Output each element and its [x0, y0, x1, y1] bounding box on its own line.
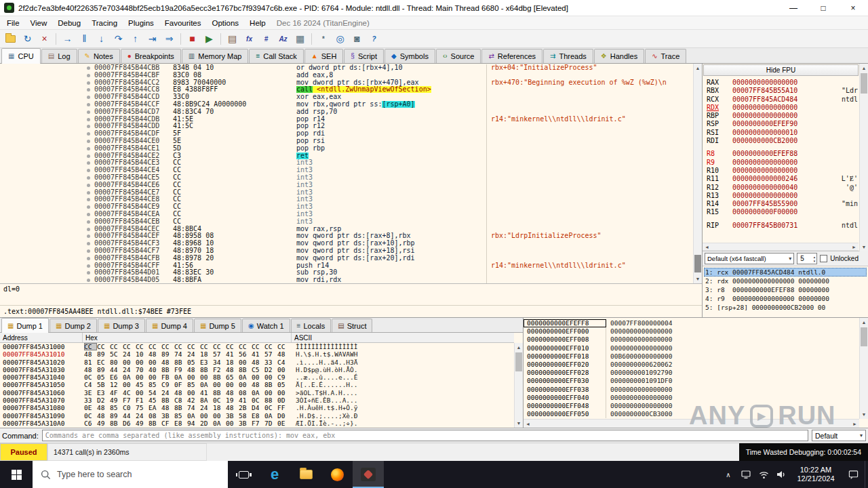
- register-row-rsi[interactable]: RSI0000000000000010: [707, 129, 858, 137]
- breakpoint-count-icon[interactable]: #: [258, 31, 274, 46]
- dump-row[interactable]: 00007FF845A3102081EC80000000488B05E33418…: [0, 359, 514, 366]
- breakpoint-dot[interactable]: [85, 182, 94, 189]
- task-view-button[interactable]: [228, 461, 259, 488]
- tab-struct[interactable]: ▤Struct: [332, 319, 372, 332]
- restart-icon[interactable]: ↻: [20, 31, 35, 46]
- scrollbar-thumb[interactable]: [694, 255, 701, 272]
- stack-row[interactable]: 0000000000EFF0200000000000620062: [524, 361, 859, 369]
- breakpoint-dot[interactable]: [85, 167, 94, 174]
- disasm-row[interactable]: 00007FF845B44CEBCCint3: [0, 218, 702, 226]
- tab-dump-1[interactable]: ▦Dump 1: [1, 318, 49, 333]
- argument-row[interactable]: 2: rdx 0000000000000000 00000000: [704, 277, 867, 285]
- snapshot-icon[interactable]: ◙: [349, 31, 365, 46]
- disasm-scrollbar[interactable]: [693, 64, 702, 283]
- breakpoint-dot[interactable]: [85, 247, 94, 255]
- scroll-right-icon[interactable]: [850, 243, 859, 250]
- breakpoint-dot[interactable]: [85, 79, 94, 87]
- register-row-rbx[interactable]: RBX00007FF845B55A10"Ldr: [707, 87, 858, 95]
- scroll-down-icon[interactable]: [694, 274, 702, 283]
- disasm-row[interactable]: 00007FF845B44CD748:83C4 70add rsp,70: [0, 108, 702, 116]
- find-icon[interactable]: ◎: [332, 31, 348, 46]
- scrollbar-thumb[interactable]: [861, 73, 867, 94]
- arg-count-spinner[interactable]: 5: [797, 253, 817, 264]
- taskbar-search[interactable]: Type here to search: [33, 461, 228, 488]
- run-icon[interactable]: →: [60, 31, 75, 46]
- scrollbar-thumb[interactable]: [861, 327, 867, 346]
- stack-row[interactable]: 0000000000EFF0100000000000000000: [524, 344, 859, 352]
- memory-grid-icon[interactable]: ▦: [292, 31, 308, 46]
- preferences-az-icon[interactable]: Az: [275, 31, 291, 46]
- dump-row[interactable]: 00007FF845A310900C48894424083B850A00003B…: [0, 412, 514, 420]
- scrollbar-thumb[interactable]: [515, 352, 522, 371]
- tab-memory-map[interactable]: ▥Memory Map: [182, 49, 249, 63]
- spinner-arrows-icon[interactable]: [813, 255, 816, 263]
- breakpoint-dot[interactable]: [85, 211, 94, 218]
- minimize-button[interactable]: —: [778, 0, 808, 16]
- tab-references[interactable]: ⇄References: [481, 49, 542, 63]
- step-over-icon[interactable]: ↷: [111, 31, 126, 46]
- dump-row[interactable]: 00007FF845A310400C05E60A0000FB0A00008B65…: [0, 373, 514, 381]
- registers-panel[interactable]: RAX0000000000000000RBX00007FF845B55A10"L…: [703, 76, 868, 243]
- dump-row[interactable]: 00007FF845A31050C45B12004585C90F850A0000…: [0, 381, 514, 388]
- command-profile-select[interactable]: Default: [812, 430, 866, 441]
- disasm-row[interactable]: 00007FF845B44CE15Dpop rbp: [0, 145, 702, 152]
- run-to-user-code-icon[interactable]: ⇥: [144, 31, 160, 46]
- menu-item-debug[interactable]: Debug: [52, 18, 86, 28]
- close-button[interactable]: ×: [838, 0, 868, 16]
- maximize-button[interactable]: □: [808, 0, 838, 16]
- pause-icon[interactable]: ‖: [77, 31, 92, 46]
- breakpoint-dot[interactable]: [85, 130, 94, 138]
- register-row-r10[interactable]: R100000000000000000: [707, 167, 858, 175]
- display-tray-icon[interactable]: [737, 470, 755, 479]
- breakpoint-dot[interactable]: [85, 64, 94, 72]
- breakpoint-dot[interactable]: [85, 277, 94, 283]
- register-row-rsp[interactable]: RSP0000000000EFEF90: [707, 120, 858, 128]
- register-row-rdx[interactable]: RDX0000000000000000: [707, 104, 858, 112]
- registers-scrollbar[interactable]: [859, 64, 868, 251]
- action-center-button[interactable]: [842, 461, 865, 488]
- breakpoint-dot[interactable]: [85, 232, 94, 240]
- tab-threads[interactable]: ⇉Threads: [543, 49, 593, 63]
- stack-row[interactable]: 0000000000EFF0080000000000000000: [524, 336, 859, 344]
- stack-row[interactable]: 0000000000EFF0380000000000000000: [524, 386, 859, 394]
- breakpoint-dot[interactable]: [85, 152, 94, 160]
- scroll-up-icon[interactable]: [860, 318, 868, 327]
- scroll-down-icon[interactable]: [860, 410, 868, 419]
- tab-cpu[interactable]: ▦CPU: [1, 48, 41, 64]
- menu-item-options[interactable]: Options: [206, 18, 244, 28]
- breakpoint-dot[interactable]: [85, 174, 94, 182]
- breakpoint-dot[interactable]: [85, 145, 94, 152]
- stack-row[interactable]: 0000000000EFF0300000000001091DF0: [524, 377, 859, 385]
- stack-row[interactable]: 0000000000EFEFF800007FF800000004: [524, 319, 859, 327]
- disasm-row[interactable]: 00007FF845B44CBF83C0 08add eax,8: [0, 72, 702, 79]
- argument-row[interactable]: 1: rcx 00007FF845ACD484 ntdll.0: [704, 268, 867, 277]
- fx-functions-icon[interactable]: fx: [241, 31, 257, 46]
- disasm-row[interactable]: 00007FF845B44D0548:8BFAmov rdi,rdx: [0, 277, 702, 283]
- taskbar-clock[interactable]: 10:22 AM 12/21/2024: [790, 466, 842, 484]
- tab-log[interactable]: ▤Log: [41, 49, 77, 63]
- tab-dump-3[interactable]: ▦Dump 3: [98, 319, 145, 332]
- step-out-icon[interactable]: ↑: [127, 31, 143, 46]
- breakpoint-dot[interactable]: [85, 240, 94, 247]
- tab-handles[interactable]: ❖Handles: [594, 49, 644, 63]
- dump-row[interactable]: 00007FF845A310A0C6498BD6498BCFE8942D0A00…: [0, 420, 514, 427]
- tab-script[interactable]: §Script: [344, 49, 384, 63]
- breakpoint-dot[interactable]: [85, 101, 94, 108]
- register-row-r11[interactable]: R110000000000000246L'Ɇ': [707, 175, 858, 183]
- volume-tray-icon[interactable]: [772, 470, 790, 479]
- breakpoint-dot[interactable]: [85, 123, 94, 130]
- stack-scrollbar[interactable]: [859, 318, 868, 419]
- breakpoint-dot[interactable]: [85, 269, 94, 277]
- dump-row[interactable]: 00007FF845A3101048895C241048897424185741…: [0, 350, 514, 358]
- register-row-rax[interactable]: RAX0000000000000000: [707, 79, 858, 87]
- argument-row[interactable]: 5: [rsp+28] 0000000000CB2000 00: [704, 303, 867, 312]
- stack-row[interactable]: 0000000000EFF0480000000000000000: [524, 402, 859, 410]
- stack-row[interactable]: 0000000000EFF01800B6000000000000: [524, 352, 859, 361]
- file-explorer-button[interactable]: [290, 461, 321, 488]
- breakpoint-dot[interactable]: [85, 262, 94, 270]
- menu-item-favourites[interactable]: Favourites: [159, 18, 207, 28]
- tab-dump-5[interactable]: ▦Dump 5: [194, 319, 241, 332]
- breakpoint-dot[interactable]: [85, 218, 94, 226]
- stack-row[interactable]: 0000000000EFF0500000000000CB3000: [524, 410, 859, 418]
- disassembly-view[interactable]: 00007FF845B44CBB834B 04 10or dword ptr d…: [0, 64, 702, 283]
